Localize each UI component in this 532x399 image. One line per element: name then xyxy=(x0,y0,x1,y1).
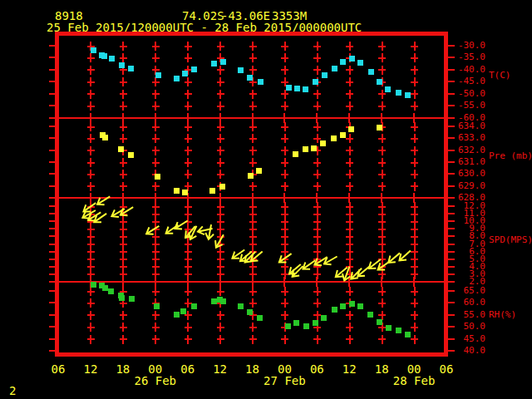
x-axis-hour-label: 18 xyxy=(369,363,394,375)
axis-tick-right xyxy=(448,185,455,187)
y-axis-unit-label: T(C) xyxy=(489,71,511,81)
x-axis-hour-label: 18 xyxy=(240,363,265,375)
axis-tick-right xyxy=(448,69,455,71)
axis-tick-right xyxy=(448,302,455,303)
axis-tick-right xyxy=(448,57,455,58)
x-axis-date-label: 26 Feb xyxy=(134,375,177,387)
y-axis-tick-label: 60.0 xyxy=(451,298,485,308)
y-axis-tick-label: 45.0 xyxy=(451,334,485,344)
axis-tick-right xyxy=(448,161,455,163)
x-axis-hour-label: 00 xyxy=(272,363,297,375)
station-longitude: -43.06E xyxy=(221,10,270,22)
page-number: 2 xyxy=(9,385,16,397)
x-axis-hour-label: 06 xyxy=(434,363,459,375)
axis-tick-right xyxy=(448,326,455,328)
y-axis-tick-label: 40.0 xyxy=(451,346,485,356)
station-elevation: 3353M xyxy=(272,10,307,22)
axis-tick-right xyxy=(448,220,455,222)
y-axis-tick-label: 65.0 xyxy=(451,286,485,296)
y-axis-tick-label: -50.0 xyxy=(451,89,485,99)
y-axis-tick-label: 629.0 xyxy=(451,181,485,191)
axis-tick-right xyxy=(448,81,455,82)
axis-tick-right xyxy=(448,150,455,151)
meteogram-screen: 8918 74.02S -43.06E 3353M 25 Feb 2015/12… xyxy=(0,0,532,399)
station-latitude: 74.02S xyxy=(182,10,224,22)
y-axis-tick-label: -35.0 xyxy=(451,52,485,62)
x-axis-hour-label: 06 xyxy=(304,363,329,375)
y-axis-tick-label: -45.0 xyxy=(451,76,485,86)
axis-tick-right xyxy=(448,228,455,229)
y-axis-tick-label: -30.0 xyxy=(451,41,485,51)
axis-tick-right xyxy=(448,314,455,316)
y-axis-unit-label: Pre (mb) xyxy=(489,151,532,161)
axis-tick-right xyxy=(448,197,455,199)
axis-tick-right xyxy=(448,259,455,260)
axis-tick-right xyxy=(448,213,455,214)
axis-tick-right xyxy=(448,244,455,245)
y-axis-tick-label: 630.0 xyxy=(451,169,485,179)
x-axis-hour-label: 06 xyxy=(46,363,71,375)
axis-tick-right xyxy=(448,117,455,119)
x-axis-hour-label: 00 xyxy=(401,363,426,375)
axis-tick-right xyxy=(448,105,455,106)
y-axis-tick-label: 50.0 xyxy=(451,322,485,332)
axis-tick-right xyxy=(448,338,455,340)
axis-tick-right xyxy=(448,266,455,268)
x-axis-date-label: 27 Feb xyxy=(263,375,306,387)
plot-frame xyxy=(55,32,448,357)
x-axis-hour-label: 06 xyxy=(175,363,200,375)
x-axis-hour-label: 12 xyxy=(337,363,362,375)
y-axis-tick-label: -40.0 xyxy=(451,65,485,75)
y-axis-tick-label: 634.0 xyxy=(451,121,485,131)
y-axis-tick-label: -55.0 xyxy=(451,101,485,111)
axis-tick-right xyxy=(448,290,455,292)
x-axis-hour-label: 12 xyxy=(78,363,103,375)
axis-tick-right xyxy=(448,235,455,237)
axis-tick-right xyxy=(448,251,455,253)
x-axis-hour-label: 12 xyxy=(208,363,233,375)
y-axis-tick-label: 631.0 xyxy=(451,157,485,167)
y-axis-unit-label: RH(%) xyxy=(489,310,516,320)
axis-tick-right xyxy=(448,281,455,283)
axis-tick-right xyxy=(448,273,455,275)
y-axis-tick-label: 633.0 xyxy=(451,133,485,143)
y-axis-tick-label: 632.0 xyxy=(451,145,485,155)
axis-tick-right xyxy=(448,45,455,47)
x-axis-hour-label: 00 xyxy=(143,363,168,375)
y-axis-tick-label: 55.0 xyxy=(451,310,485,320)
y-axis-unit-label: SPD(MPS) xyxy=(489,235,532,245)
x-axis-hour-label: 18 xyxy=(111,363,135,375)
station-id: 8918 xyxy=(55,10,83,22)
axis-tick-right xyxy=(448,137,455,139)
x-axis-date-label: 28 Feb xyxy=(392,375,436,387)
axis-tick-right xyxy=(448,126,455,127)
axis-tick-right xyxy=(448,93,455,95)
axis-tick-right xyxy=(448,350,455,352)
axis-tick-right xyxy=(448,173,455,175)
axis-tick-right xyxy=(448,205,455,207)
